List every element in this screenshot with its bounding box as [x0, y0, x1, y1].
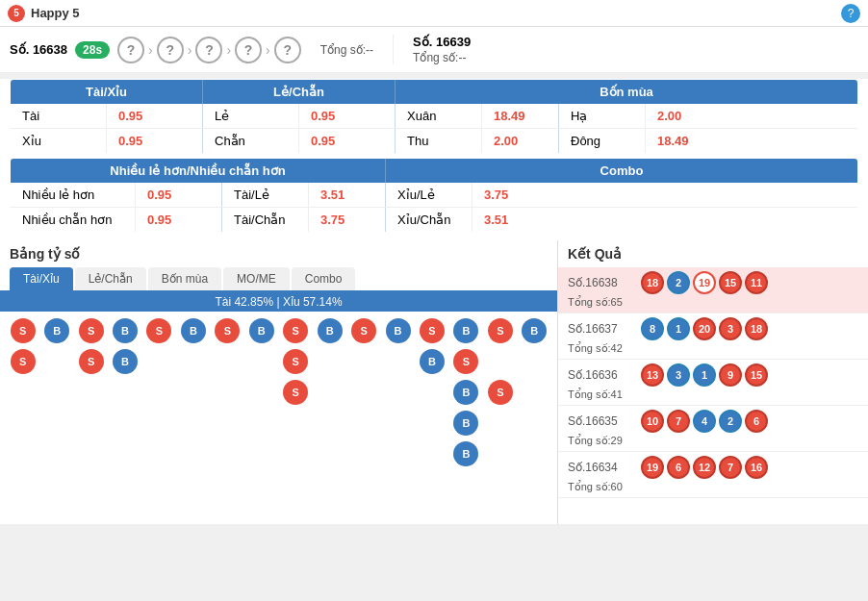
ball-b: B	[113, 318, 138, 343]
result-ball-0-4: 11	[745, 271, 768, 294]
result-ball-4-1: 6	[667, 456, 690, 479]
grid-cell-1-10	[346, 346, 380, 377]
grid-cell-3-12	[415, 408, 448, 438]
tab-bonmua[interactable]: Bốn mùa	[148, 267, 221, 290]
grid-cell-0-11: B	[381, 315, 415, 346]
grid-cell-3-9	[313, 408, 346, 438]
title-bar: 5 Happy 5 ?	[0, 0, 868, 27]
result-ball-4-3: 7	[719, 456, 742, 479]
result-ball-1-1: 1	[667, 317, 690, 340]
grid-cell-2-2	[74, 377, 108, 408]
ball-b: B	[249, 318, 274, 343]
result-item-1: Số.166378120318Tổng số:42	[558, 313, 868, 360]
ball-1: ?	[117, 37, 144, 63]
ball-s: S	[146, 318, 171, 343]
ball-s: S	[79, 318, 104, 343]
header-combo: Combo	[386, 159, 858, 184]
arrow-2: ›	[188, 42, 192, 58]
result-ball-4-4: 16	[745, 456, 768, 479]
next-draw-number: Số. 16639	[413, 35, 471, 49]
grid-cell-1-5	[176, 346, 210, 377]
grid-cell-1-12: B	[415, 346, 448, 377]
result-ball-2-4: 15	[745, 363, 768, 387]
ket-qua-title: Kết Quả	[558, 240, 868, 267]
nhieulehon-val: 0.95	[136, 183, 222, 208]
grid-cell-0-7: B	[244, 315, 278, 346]
app-icon: 5	[8, 5, 25, 22]
grid-cell-4-11	[381, 438, 415, 469]
grid-cell-1-6	[211, 346, 244, 377]
arrow-1: ›	[148, 42, 153, 58]
ball-b: B	[181, 318, 206, 343]
bottom-section: Bảng tỷ số Tài/Xỉu Lẻ/Chẵn Bốn mùa MO/ME…	[0, 240, 868, 524]
grid-cell-4-14	[483, 438, 517, 469]
ball-s: S	[215, 318, 240, 343]
grid-cell-0-1: B	[39, 315, 73, 346]
grid-cell-0-15: B	[518, 315, 551, 346]
bang-ty-so-title: Bảng tỷ số	[0, 240, 557, 267]
grid-cell-3-8	[279, 408, 313, 438]
ball-s: S	[283, 349, 308, 374]
grid-cell-1-11	[381, 346, 415, 377]
app-title: Happy 5	[31, 6, 80, 20]
ball-5: ?	[274, 37, 301, 63]
grid-cell-0-2: S	[74, 315, 108, 346]
grid-cell-4-9	[313, 438, 346, 469]
ball-b: B	[453, 318, 478, 343]
grid-cell-1-15	[518, 346, 551, 377]
grid-cell-0-9: B	[313, 315, 346, 346]
grid-cell-2-10	[346, 377, 380, 408]
result-draw-4: Số.16634	[568, 461, 635, 474]
grid-cell-3-15	[518, 408, 551, 438]
tab-lechan[interactable]: Lẻ/Chẵn	[75, 267, 146, 290]
grid-cell-2-1	[39, 377, 73, 408]
xiu-label: Xỉu	[11, 129, 107, 154]
result-ball-2-1: 3	[667, 363, 690, 387]
ball-b: B	[386, 318, 411, 343]
result-ball-4-2: 12	[693, 456, 716, 479]
ball-s: S	[283, 380, 308, 405]
xiule-val: 3.75	[472, 183, 798, 208]
ball-b: B	[318, 318, 343, 343]
help-button[interactable]: ?	[841, 4, 860, 23]
grid-cell-0-14: S	[483, 315, 517, 346]
current-draw-number: Số. 16638	[10, 42, 67, 57]
grid-cell-4-7	[244, 438, 278, 469]
nhieulehon-label: Nhiều lẻ hơn	[11, 183, 136, 208]
grid-cell-1-3: B	[108, 346, 141, 377]
header-taixiu: Tài/Xỉu	[11, 80, 203, 105]
chan-label: Chẵn	[203, 129, 299, 154]
grid-cell-1-0: S	[6, 346, 39, 377]
grid-cell-0-5: B	[176, 315, 210, 346]
result-ball-1-3: 3	[719, 317, 742, 340]
tabs: Tài/Xỉu Lẻ/Chẵn Bốn mùa MO/ME Combo	[0, 267, 557, 292]
grid-cell-4-6	[211, 438, 244, 469]
result-ball-3-2: 4	[693, 410, 716, 433]
grid-cell-1-4	[142, 346, 176, 377]
tab-combo[interactable]: Combo	[292, 267, 356, 290]
ha-label: Hạ	[559, 104, 646, 129]
result-item-3: Số.16635107426Tổng số:29	[558, 406, 868, 452]
grid-cell-2-14: S	[483, 377, 517, 408]
xuan-label: Xuân	[396, 104, 482, 129]
grid-cell-3-7	[244, 408, 278, 438]
bang-ty-so-panel: Bảng tỷ số Tài/Xỉu Lẻ/Chẵn Bốn mùa MO/ME…	[0, 240, 558, 524]
grid-cell-0-0: S	[6, 315, 39, 346]
grid-cell-0-8: S	[279, 315, 313, 346]
grid-cell-0-10: S	[346, 315, 380, 346]
tai-val: 0.95	[107, 104, 203, 129]
result-ball-2-3: 9	[719, 363, 742, 387]
nhieuchanhon-label: Nhiều chẵn hơn	[11, 208, 136, 233]
result-ball-1-0: 8	[641, 317, 664, 340]
grid-cell-1-13: S	[449, 346, 483, 377]
grid-cell-4-5	[176, 438, 210, 469]
ball-2: ?	[157, 37, 184, 63]
grid-cell-4-12	[415, 438, 448, 469]
tab-mome[interactable]: MO/ME	[223, 267, 290, 290]
ball-b: B	[453, 441, 478, 466]
xiuchan-label: Xỉu/Chẵn	[386, 208, 472, 233]
result-ball-3-1: 7	[667, 410, 690, 433]
grid-cell-2-9	[313, 377, 346, 408]
result-ball-0-3: 15	[719, 271, 742, 294]
tab-taixiu[interactable]: Tài/Xỉu	[10, 267, 73, 290]
